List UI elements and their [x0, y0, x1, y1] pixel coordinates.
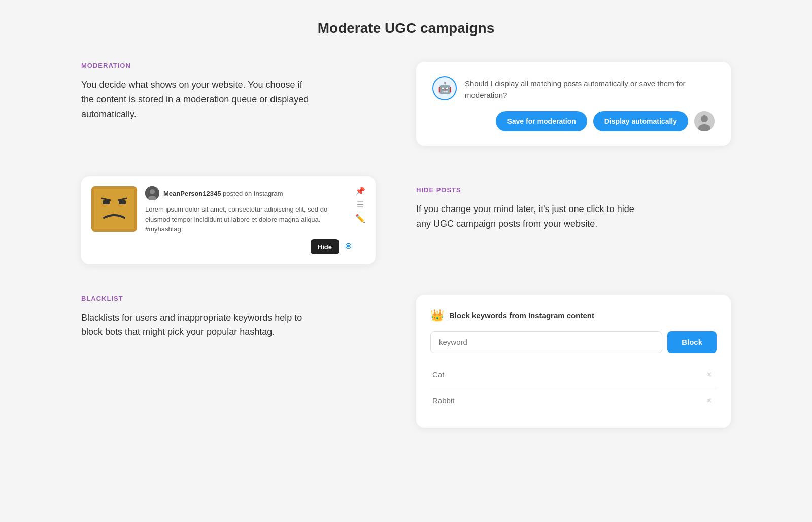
post-actions-row: Hide 👁	[145, 239, 353, 254]
blacklist-title-row: 👑 Block keywords from Instagram content	[430, 309, 717, 322]
post-header: MeanPerson12345 posted on Instagram	[145, 186, 353, 200]
save-for-moderation-button[interactable]: Save for moderation	[496, 111, 587, 131]
block-button[interactable]: Block	[667, 331, 717, 353]
blacklist-label: BLACKLIST	[81, 295, 396, 302]
svg-point-10	[150, 189, 155, 194]
bot-icon: 🤖	[432, 76, 457, 100]
blacklist-emoji: 👑	[430, 309, 444, 322]
list-icon[interactable]: ☰	[357, 200, 364, 210]
moderation-card: 🤖 Should I display all matching posts au…	[416, 62, 731, 146]
post-icons-col: 📌 ☰ ✏️	[355, 186, 365, 223]
blacklist-input-row: Block	[430, 331, 717, 353]
post-username: MeanPerson12345	[163, 190, 221, 197]
list-item: Cat ×	[430, 362, 717, 388]
post-platform: posted on Instagram	[223, 190, 283, 197]
blacklist-title: Block keywords from Instagram content	[449, 311, 594, 320]
blacklist-items: Cat × Rabbit ×	[430, 362, 717, 413]
blacklist-description: Blacklists for users and inappropriate k…	[81, 310, 315, 340]
display-automatically-button[interactable]: Display automatically	[593, 111, 688, 131]
remove-rabbit-button[interactable]: ×	[704, 395, 715, 406]
keyword-input[interactable]	[430, 331, 662, 353]
moderation-description: You decide what shows on your website. Y…	[81, 78, 315, 121]
moderation-card-top: 🤖 Should I display all matching posts au…	[432, 76, 715, 101]
post-text: Lorem ipsum dolor sit amet, consectetur …	[145, 204, 353, 234]
blacklist-keyword-cat: Cat	[432, 370, 444, 379]
svg-rect-5	[103, 200, 110, 204]
hide-posts-description: If you change your mind later, it's just…	[416, 202, 650, 231]
post-card: MeanPerson12345 posted on Instagram Lore…	[81, 176, 376, 264]
post-image	[91, 186, 137, 232]
blacklist-keyword-rabbit: Rabbit	[432, 396, 454, 405]
post-user-avatar	[145, 186, 159, 200]
eye-icon[interactable]: 👁	[344, 241, 353, 252]
svg-rect-6	[119, 200, 126, 204]
remove-cat-button[interactable]: ×	[704, 369, 715, 380]
user-avatar	[694, 111, 715, 131]
moderation-label: MODERATION	[81, 62, 396, 69]
edit-icon[interactable]: ✏️	[355, 214, 365, 223]
moderation-question: Should I display all matching posts auto…	[465, 76, 715, 101]
list-item: Rabbit ×	[430, 388, 717, 413]
pin-icon[interactable]: 📌	[355, 186, 365, 196]
post-content-wrapper: MeanPerson12345 posted on Instagram Lore…	[145, 186, 365, 254]
page-title: Moderate UGC campaigns	[81, 20, 731, 37]
svg-rect-4	[94, 189, 134, 229]
moderation-card-buttons: Save for moderation Display automaticall…	[432, 111, 715, 131]
hide-post-button[interactable]: Hide	[311, 239, 339, 254]
blacklist-card: 👑 Block keywords from Instagram content …	[416, 295, 731, 428]
post-meta: MeanPerson12345 posted on Instagram	[163, 190, 283, 197]
svg-point-1	[701, 115, 708, 122]
hide-posts-label: HIDE POSTS	[416, 186, 731, 194]
